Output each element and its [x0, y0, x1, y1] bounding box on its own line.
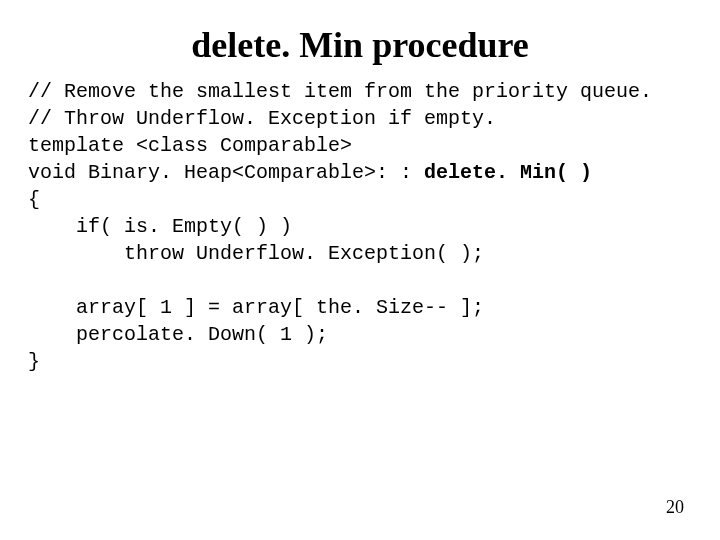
code-block: // Remove the smallest item from the pri…: [28, 78, 692, 375]
slide: delete. Min procedure // Remove the smal…: [0, 0, 720, 540]
code-line-10: percolate. Down( 1 );: [28, 323, 328, 346]
code-line-1: // Remove the smallest item from the pri…: [28, 80, 652, 103]
code-line-4-prefix: void Binary. Heap<Comparable>: :: [28, 161, 424, 184]
code-line-3: template <class Comparable>: [28, 134, 352, 157]
code-line-6: if( is. Empty( ) ): [28, 215, 292, 238]
code-line-5: {: [28, 188, 40, 211]
page-number: 20: [666, 497, 684, 518]
code-line-2: // Throw Underflow. Exception if empty.: [28, 107, 496, 130]
slide-title: delete. Min procedure: [0, 24, 720, 66]
code-line-4-bold: delete. Min( ): [424, 161, 592, 184]
code-line-11: }: [28, 350, 40, 373]
code-line-7: throw Underflow. Exception( );: [28, 242, 484, 265]
code-line-9: array[ 1 ] = array[ the. Size-- ];: [28, 296, 484, 319]
